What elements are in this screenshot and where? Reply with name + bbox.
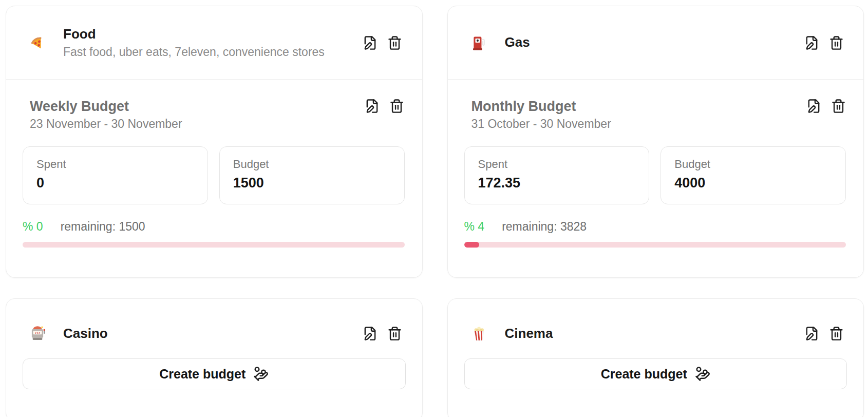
category-title: Food — [63, 26, 325, 42]
budget-box: Budget 4000 — [661, 146, 846, 204]
budget-period-title: Weekly Budget — [30, 98, 182, 115]
delete-category-button[interactable] — [828, 326, 844, 341]
budget-section-food: Weekly Budget 23 November - 30 November … — [6, 80, 422, 277]
popcorn-icon — [470, 325, 488, 342]
category-title: Cinema — [505, 326, 553, 342]
spent-label: Spent — [478, 158, 636, 171]
budget-period-block: Weekly Budget 23 November - 30 November — [30, 98, 182, 131]
trash-icon — [387, 35, 402, 50]
category-heading: Food Fast food, uber eats, 7eleven, conv… — [63, 26, 325, 60]
edit-category-button[interactable] — [363, 326, 378, 341]
category-header-food: Food Fast food, uber eats, 7eleven, conv… — [6, 6, 422, 79]
edit-budget-button[interactable] — [365, 98, 380, 113]
budget-actions — [365, 98, 405, 113]
percent-used: % 4 — [464, 220, 485, 234]
remaining-amount: remaining: 1500 — [61, 220, 145, 234]
amounts-row: Spent 172.35 Budget 4000 — [464, 146, 846, 204]
file-pen-icon — [806, 99, 821, 113]
category-card-gas: Gas Monthly Budget 31 October - 30 Novem… — [447, 6, 864, 278]
create-budget-label: Create budget — [159, 367, 246, 382]
file-pen-icon — [365, 99, 380, 113]
delete-budget-button[interactable] — [831, 98, 846, 113]
spent-box: Spent 0 — [23, 146, 208, 204]
category-card-cinema: Cinema Create budget — [447, 298, 864, 417]
file-pen-icon — [804, 326, 819, 341]
budget-progress-bar — [464, 242, 846, 248]
budget-actions — [806, 98, 846, 113]
budget-box: Budget 1500 — [219, 146, 405, 204]
trash-icon — [387, 326, 402, 341]
category-heading: Casino — [63, 326, 108, 342]
category-actions — [363, 326, 403, 341]
edit-category-button[interactable] — [363, 35, 378, 50]
category-heading: Cinema — [505, 326, 553, 342]
create-budget-button[interactable]: Create budget — [23, 358, 406, 389]
delete-category-button[interactable] — [387, 35, 403, 50]
budget-label: Budget — [674, 158, 832, 171]
trash-icon — [829, 35, 844, 50]
budget-period-title: Monthly Budget — [471, 98, 611, 115]
spent-value: 0 — [36, 175, 194, 191]
category-actions — [363, 35, 403, 50]
file-pen-icon — [363, 326, 378, 341]
percent-used: % 0 — [23, 220, 43, 234]
create-budget-label: Create budget — [601, 367, 687, 382]
remaining-amount: remaining: 3828 — [502, 220, 587, 234]
fuel-pump-icon — [470, 34, 488, 51]
slot-machine-icon — [29, 325, 46, 342]
budget-value: 1500 — [233, 175, 391, 191]
edit-budget-button[interactable] — [806, 98, 821, 113]
amounts-row: Spent 0 Budget 1500 — [23, 146, 405, 204]
budget-stats: % 4 remaining: 3828 — [464, 220, 846, 234]
file-pen-icon — [363, 35, 378, 50]
budget-label: Budget — [233, 158, 391, 171]
trash-icon — [389, 99, 404, 113]
category-title: Gas — [505, 34, 530, 50]
edit-category-button[interactable] — [804, 326, 819, 341]
hand-coins-icon — [253, 366, 269, 382]
delete-category-button[interactable] — [387, 326, 403, 341]
spent-label: Spent — [36, 158, 194, 171]
budgets-page: Food Fast food, uber eats, 7eleven, conv… — [0, 0, 868, 417]
category-title: Casino — [63, 326, 108, 342]
hand-coins-icon — [695, 366, 710, 382]
category-header-casino: Casino — [23, 299, 406, 342]
trash-icon — [831, 99, 846, 113]
category-actions — [804, 35, 844, 50]
spent-box: Spent 172.35 — [464, 146, 650, 204]
budget-progress-fill — [464, 242, 480, 248]
category-header-cinema: Cinema — [464, 299, 847, 342]
category-heading: Gas — [505, 34, 530, 50]
budget-progress-bar — [23, 242, 405, 248]
category-card-casino: Casino Create budget — [6, 298, 423, 417]
delete-budget-button[interactable] — [389, 98, 405, 113]
budget-value: 4000 — [674, 175, 832, 191]
delete-category-button[interactable] — [828, 35, 844, 50]
category-description: Fast food, uber eats, 7eleven, convenien… — [63, 45, 325, 60]
category-actions — [804, 326, 844, 341]
budget-period-block: Monthly Budget 31 October - 30 November — [471, 98, 611, 131]
category-header-gas: Gas — [448, 6, 864, 79]
category-card-food: Food Fast food, uber eats, 7eleven, conv… — [6, 6, 423, 278]
edit-category-button[interactable] — [804, 35, 819, 50]
trash-icon — [829, 326, 844, 341]
spent-value: 172.35 — [478, 175, 636, 191]
budget-section-gas: Monthly Budget 31 October - 30 November … — [448, 80, 864, 277]
budget-stats: % 0 remaining: 1500 — [23, 220, 405, 234]
pizza-icon — [29, 34, 46, 51]
file-pen-icon — [804, 35, 819, 50]
create-budget-button[interactable]: Create budget — [464, 358, 847, 389]
budget-date-range: 31 October - 30 November — [471, 117, 611, 131]
budget-date-range: 23 November - 30 November — [30, 117, 182, 131]
